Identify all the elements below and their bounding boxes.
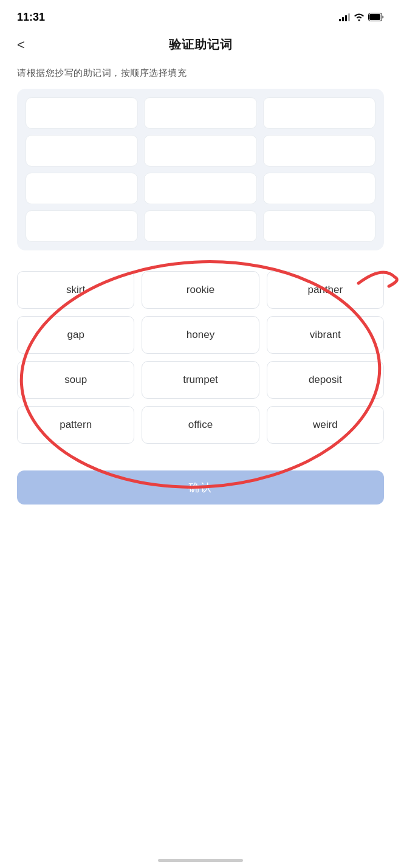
confirm-button[interactable]: 确认 — [17, 470, 384, 505]
answer-cell-8 — [144, 173, 256, 204]
word-vibrant[interactable]: vibrant — [267, 316, 384, 354]
status-time: 11:31 — [17, 11, 45, 24]
signal-icon — [339, 13, 350, 21]
answer-cell-11 — [144, 210, 256, 242]
answer-grid — [26, 97, 375, 242]
battery-icon — [368, 13, 384, 21]
subtitle-text: 请根据您抄写的助记词，按顺序选择填充 — [0, 63, 401, 89]
word-pool-wrapper: skirt rookie panther gap honey vibrant s… — [12, 265, 389, 450]
page-header: < 验证助记词 — [0, 30, 401, 63]
answer-cell-1 — [26, 97, 138, 129]
answer-cell-12 — [263, 210, 375, 242]
word-office[interactable]: office — [142, 406, 259, 444]
answer-cell-3 — [263, 97, 375, 129]
answer-cell-5 — [144, 135, 256, 167]
word-grid: skirt rookie panther gap honey vibrant s… — [12, 265, 389, 450]
confirm-section: 确认 — [0, 464, 401, 529]
word-panther[interactable]: panther — [267, 271, 384, 309]
word-pattern[interactable]: pattern — [17, 406, 134, 444]
answer-cell-7 — [26, 173, 138, 204]
page-title: 验证助记词 — [169, 36, 233, 53]
word-honey[interactable]: honey — [142, 316, 259, 354]
status-icons — [339, 13, 384, 21]
home-indicator — [158, 859, 243, 862]
word-weird[interactable]: weird — [267, 406, 384, 444]
word-skirt[interactable]: skirt — [17, 271, 134, 309]
answer-cell-10 — [26, 210, 138, 242]
answer-cell-6 — [263, 135, 375, 167]
answer-cell-2 — [144, 97, 256, 129]
word-gap[interactable]: gap — [17, 316, 134, 354]
answer-cell-9 — [263, 173, 375, 204]
word-trumpet[interactable]: trumpet — [142, 361, 259, 399]
status-bar: 11:31 — [0, 0, 401, 30]
back-button[interactable]: < — [17, 37, 25, 53]
wifi-icon — [354, 13, 365, 21]
answer-cell-4 — [26, 135, 138, 167]
word-rookie[interactable]: rookie — [142, 271, 259, 309]
answer-grid-container — [17, 89, 384, 250]
svg-rect-1 — [369, 14, 380, 20]
word-deposit[interactable]: deposit — [267, 361, 384, 399]
word-soup[interactable]: soup — [17, 361, 134, 399]
